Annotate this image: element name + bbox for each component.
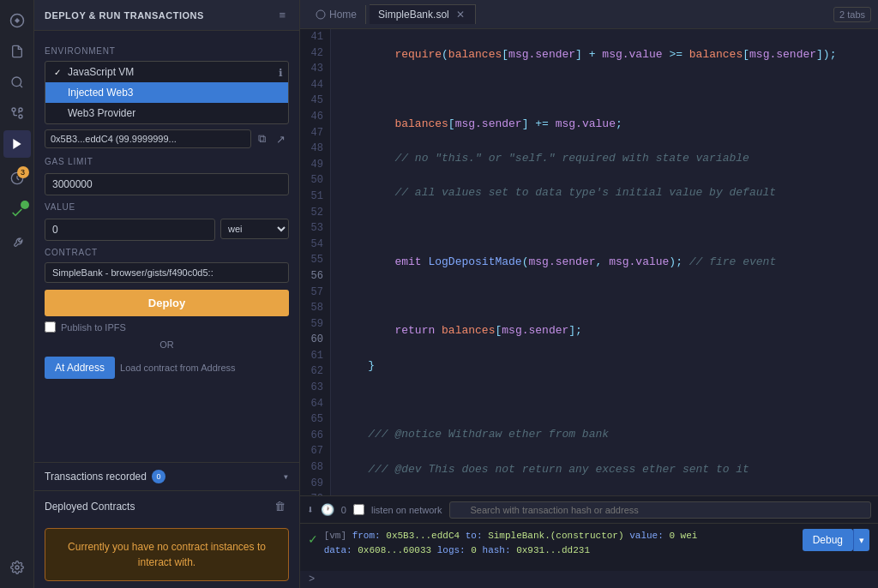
at-address-button[interactable]: At Address [45, 357, 115, 379]
copy-address-button[interactable]: ⧉ [255, 130, 269, 147]
right-panel: Home SimpleBank.sol ✕ 2 tabs 41 42 43 44… [300, 0, 878, 588]
svg-line-2 [20, 85, 22, 87]
code-line-53: /// @dev This does not return any excess… [341, 461, 868, 478]
code-line-52: /// @notice Withdraw ether from bank [341, 426, 868, 443]
debug-dropdown-button[interactable]: ▾ [853, 529, 869, 551]
transactions-row[interactable]: Transactions recorded 0 ▾ [34, 462, 299, 490]
line-numbers: 41 42 43 44 45 46 47 48 49 50 51 52 53 5… [300, 29, 331, 495]
transaction-search-input[interactable] [449, 501, 872, 519]
log-data-label: data: [324, 545, 352, 555]
open-address-button[interactable]: ↗ [273, 131, 289, 147]
load-contract-button[interactable]: Load contract from Address [120, 363, 236, 373]
info-icon: ℹ [279, 67, 283, 80]
env-option-web3-provider[interactable]: Web3 Provider [45, 103, 288, 123]
publish-checkbox[interactable] [45, 321, 56, 333]
home-tab-icon [316, 9, 326, 20]
svg-point-4 [12, 108, 15, 111]
bottom-count: 0 [341, 505, 346, 515]
code-line-46 [341, 219, 868, 237]
log-hash-label: hash: [483, 545, 511, 555]
tab-home[interactable]: Home [307, 5, 366, 24]
log-text: [vm] from: 0x5B3...eddC4 to: SimpleBank.… [324, 529, 796, 557]
log-to-value: SimpleBank.(constructor) [488, 531, 623, 541]
environment-dropdown[interactable]: ✓ JavaScript VM Injected Web3 Web3 Provi… [45, 61, 289, 124]
code-line-42 [341, 81, 868, 98]
code-content: require(balances[msg.sender] + msg.value… [331, 29, 878, 495]
sidebar: 3 [0, 0, 34, 588]
down-arrow-icon[interactable]: ⬇ [307, 503, 314, 517]
sidebar-icon-deploy[interactable] [3, 130, 31, 158]
value-input[interactable] [45, 219, 215, 241]
sidebar-icon-files[interactable] [3, 38, 31, 65]
deploy-button[interactable]: Deploy [45, 290, 289, 316]
transactions-label: Transactions recorded [45, 471, 147, 483]
listen-checkbox[interactable] [353, 504, 364, 515]
code-line-47: emit LogDepositMade(msg.sender, msg.valu… [341, 254, 868, 271]
deployed-label: Deployed Contracts [45, 501, 135, 513]
value-row: wei gwei finney ether [45, 217, 289, 241]
code-line-50: } [341, 357, 868, 375]
tab-close-button[interactable]: ✕ [454, 9, 466, 21]
log-from-value: 0x5B3...eddC4 [386, 531, 460, 541]
env-option-injected-web3[interactable]: Injected Web3 [45, 82, 288, 103]
log-logs-val: 0 [471, 545, 477, 555]
tab-file-label: SimpleBank.sol [378, 9, 449, 21]
code-line-48 [341, 288, 868, 305]
log-logs-label: logs: [437, 545, 466, 555]
gas-limit-input[interactable] [45, 173, 289, 195]
gas-limit-label: GAS LIMIT [45, 157, 289, 166]
panel-menu-button[interactable]: ≡ [275, 7, 289, 23]
debug-button[interactable]: Debug [803, 529, 853, 551]
log-success-icon: ✓ [309, 531, 317, 548]
contract-select[interactable]: SimpleBank - browser/gists/f490c0d5:: [45, 262, 289, 283]
sidebar-icon-home[interactable] [3, 7, 31, 34]
prompt-symbol: > [309, 573, 315, 585]
code-editor[interactable]: 41 42 43 44 45 46 47 48 49 50 51 52 53 5… [300, 29, 878, 495]
tab-bar: Home SimpleBank.sol ✕ 2 tabs [300, 0, 878, 29]
deployed-delete-button[interactable]: 🗑 [271, 498, 289, 514]
tab-file[interactable]: SimpleBank.sol ✕ [370, 4, 476, 24]
svg-point-8 [316, 10, 325, 19]
transactions-count: 0 [152, 470, 165, 483]
listen-label: listen on network [371, 505, 442, 515]
log-bar: ✓ [vm] from: 0x5B3...eddC4 to: SimpleBan… [300, 523, 878, 571]
sidebar-icon-plugin[interactable] [3, 230, 31, 257]
panel-title: DEPLOY & RUN TRANSACTIONS [45, 10, 204, 21]
code-line-44: // no "this." or "self." required with s… [341, 150, 868, 167]
code-line-45: // all values set to data type's initial… [341, 184, 868, 201]
at-address-row: At Address Load contract from Address [45, 357, 289, 379]
value-unit-select[interactable]: wei gwei finney ether [220, 219, 289, 239]
sidebar-icon-debug[interactable]: 3 [3, 165, 31, 192]
bottom-bar: ⬇ 🕐 0 listen on network 🔍 [300, 495, 878, 523]
prompt-line: > [300, 571, 878, 588]
svg-marker-6 [13, 139, 21, 149]
sidebar-icon-verify[interactable] [3, 199, 31, 226]
log-from-label: from: [352, 531, 381, 541]
publish-label: Publish to IPFS [61, 322, 126, 333]
log-value-val: 0 wei [669, 531, 697, 541]
env-option-javascript-vm[interactable]: ✓ JavaScript VM [45, 62, 288, 82]
code-line-49: return balances[msg.sender]; [341, 322, 868, 339]
warning-box: Currently you have no contract instances… [45, 528, 289, 581]
transactions-chevron: ▾ [283, 471, 289, 483]
settings-icon[interactable] [3, 554, 31, 581]
account-row: ⧉ ↗ [45, 129, 289, 148]
tab-count: 2 tabs [833, 7, 871, 22]
clock-icon[interactable]: 🕐 [321, 503, 334, 517]
account-input[interactable] [45, 129, 251, 148]
log-to-label: to: [466, 531, 483, 541]
debug-button-group: Debug ▾ [803, 529, 869, 551]
or-divider: OR [45, 339, 289, 350]
publish-checkbox-row: Publish to IPFS [45, 321, 289, 333]
svg-point-7 [15, 566, 19, 569]
log-value-label: value: [629, 531, 664, 541]
deployed-contracts-row[interactable]: Deployed Contracts 🗑 [34, 490, 299, 521]
sidebar-icon-git[interactable] [3, 99, 31, 127]
debug-badge: 3 [17, 166, 29, 178]
svg-point-3 [19, 115, 22, 118]
sidebar-icon-search[interactable] [3, 69, 31, 96]
env-label: ENVIRONMENT [45, 46, 289, 56]
svg-point-1 [12, 77, 21, 87]
search-wrapper: 🔍 [449, 501, 872, 519]
log-hash-val: 0x931...dd231 [516, 545, 590, 555]
